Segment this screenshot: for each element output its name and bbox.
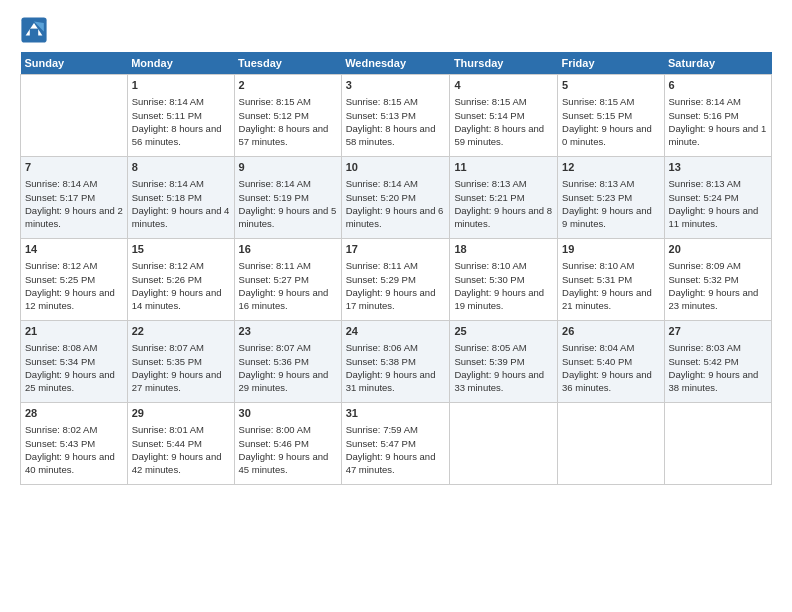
sunrise: Sunrise: 8:14 AM (132, 178, 204, 189)
sunset: Sunset: 5:21 PM (454, 192, 524, 203)
sunrise: Sunrise: 8:11 AM (239, 260, 311, 271)
calendar-day: 23Sunrise: 8:07 AMSunset: 5:36 PMDayligh… (234, 321, 341, 403)
header-row: SundayMondayTuesdayWednesdayThursdayFrid… (21, 52, 772, 75)
calendar-day: 31Sunrise: 7:59 AMSunset: 5:47 PMDayligh… (341, 403, 450, 485)
calendar-day: 21Sunrise: 8:08 AMSunset: 5:34 PMDayligh… (21, 321, 128, 403)
calendar-day: 18Sunrise: 8:10 AMSunset: 5:30 PMDayligh… (450, 239, 558, 321)
day-number: 1 (132, 78, 230, 93)
sunrise: Sunrise: 8:12 AM (25, 260, 97, 271)
day-number: 5 (562, 78, 660, 93)
sunset: Sunset: 5:16 PM (669, 110, 739, 121)
sunrise: Sunrise: 8:09 AM (669, 260, 741, 271)
logo (20, 16, 50, 44)
sunrise: Sunrise: 8:14 AM (669, 96, 741, 107)
daylight: Daylight: 9 hours and 21 minutes. (562, 287, 652, 311)
day-number: 19 (562, 242, 660, 257)
sunrise: Sunrise: 8:14 AM (239, 178, 311, 189)
sunset: Sunset: 5:35 PM (132, 356, 202, 367)
calendar-day: 28Sunrise: 8:02 AMSunset: 5:43 PMDayligh… (21, 403, 128, 485)
sunset: Sunset: 5:11 PM (132, 110, 202, 121)
sunrise: Sunrise: 8:07 AM (239, 342, 311, 353)
weekday-header: Wednesday (341, 52, 450, 75)
weekday-header: Saturday (664, 52, 771, 75)
calendar-header: SundayMondayTuesdayWednesdayThursdayFrid… (21, 52, 772, 75)
day-number: 20 (669, 242, 767, 257)
sunset: Sunset: 5:32 PM (669, 274, 739, 285)
sunrise: Sunrise: 8:15 AM (454, 96, 526, 107)
daylight: Daylight: 9 hours and 2 minutes. (25, 205, 123, 229)
day-number: 6 (669, 78, 767, 93)
sunrise: Sunrise: 8:02 AM (25, 424, 97, 435)
day-number: 2 (239, 78, 337, 93)
calendar-day: 4Sunrise: 8:15 AMSunset: 5:14 PMDaylight… (450, 75, 558, 157)
sunrise: Sunrise: 8:06 AM (346, 342, 418, 353)
daylight: Daylight: 9 hours and 6 minutes. (346, 205, 444, 229)
day-number: 24 (346, 324, 446, 339)
sunrise: Sunrise: 8:08 AM (25, 342, 97, 353)
sunrise: Sunrise: 8:13 AM (562, 178, 634, 189)
sunrise: Sunrise: 8:14 AM (346, 178, 418, 189)
calendar-week: 28Sunrise: 8:02 AMSunset: 5:43 PMDayligh… (21, 403, 772, 485)
sunset: Sunset: 5:15 PM (562, 110, 632, 121)
daylight: Daylight: 9 hours and 33 minutes. (454, 369, 544, 393)
sunrise: Sunrise: 8:15 AM (346, 96, 418, 107)
sunrise: Sunrise: 8:05 AM (454, 342, 526, 353)
calendar-day: 1Sunrise: 8:14 AMSunset: 5:11 PMDaylight… (127, 75, 234, 157)
daylight: Daylight: 9 hours and 5 minutes. (239, 205, 337, 229)
sunrise: Sunrise: 8:03 AM (669, 342, 741, 353)
calendar-body: 1Sunrise: 8:14 AMSunset: 5:11 PMDaylight… (21, 75, 772, 485)
calendar-day: 9Sunrise: 8:14 AMSunset: 5:19 PMDaylight… (234, 157, 341, 239)
sunset: Sunset: 5:34 PM (25, 356, 95, 367)
sunrise: Sunrise: 8:10 AM (562, 260, 634, 271)
sunrise: Sunrise: 8:04 AM (562, 342, 634, 353)
daylight: Daylight: 9 hours and 29 minutes. (239, 369, 329, 393)
sunrise: Sunrise: 8:00 AM (239, 424, 311, 435)
sunrise: Sunrise: 8:01 AM (132, 424, 204, 435)
calendar-day: 27Sunrise: 8:03 AMSunset: 5:42 PMDayligh… (664, 321, 771, 403)
sunset: Sunset: 5:30 PM (454, 274, 524, 285)
sunset: Sunset: 5:29 PM (346, 274, 416, 285)
calendar-day (664, 403, 771, 485)
sunrise: Sunrise: 8:10 AM (454, 260, 526, 271)
day-number: 13 (669, 160, 767, 175)
calendar-day (558, 403, 665, 485)
daylight: Daylight: 9 hours and 9 minutes. (562, 205, 652, 229)
daylight: Daylight: 8 hours and 57 minutes. (239, 123, 329, 147)
sunset: Sunset: 5:44 PM (132, 438, 202, 449)
calendar-day (450, 403, 558, 485)
sunrise: Sunrise: 8:07 AM (132, 342, 204, 353)
sunrise: Sunrise: 8:15 AM (562, 96, 634, 107)
daylight: Daylight: 9 hours and 47 minutes. (346, 451, 436, 475)
day-number: 4 (454, 78, 553, 93)
sunrise: Sunrise: 8:13 AM (454, 178, 526, 189)
weekday-header: Friday (558, 52, 665, 75)
sunset: Sunset: 5:31 PM (562, 274, 632, 285)
sunset: Sunset: 5:12 PM (239, 110, 309, 121)
calendar-day: 8Sunrise: 8:14 AMSunset: 5:18 PMDaylight… (127, 157, 234, 239)
calendar-day: 25Sunrise: 8:05 AMSunset: 5:39 PMDayligh… (450, 321, 558, 403)
daylight: Daylight: 9 hours and 19 minutes. (454, 287, 544, 311)
daylight: Daylight: 9 hours and 25 minutes. (25, 369, 115, 393)
day-number: 29 (132, 406, 230, 421)
day-number: 16 (239, 242, 337, 257)
sunset: Sunset: 5:24 PM (669, 192, 739, 203)
daylight: Daylight: 9 hours and 31 minutes. (346, 369, 436, 393)
daylight: Daylight: 8 hours and 58 minutes. (346, 123, 436, 147)
daylight: Daylight: 9 hours and 23 minutes. (669, 287, 759, 311)
sunset: Sunset: 5:40 PM (562, 356, 632, 367)
calendar-day: 22Sunrise: 8:07 AMSunset: 5:35 PMDayligh… (127, 321, 234, 403)
day-number: 30 (239, 406, 337, 421)
svg-rect-2 (30, 29, 38, 37)
header (20, 16, 772, 44)
daylight: Daylight: 9 hours and 0 minutes. (562, 123, 652, 147)
sunrise: Sunrise: 8:11 AM (346, 260, 418, 271)
weekday-header: Monday (127, 52, 234, 75)
calendar-week: 14Sunrise: 8:12 AMSunset: 5:25 PMDayligh… (21, 239, 772, 321)
calendar-day: 20Sunrise: 8:09 AMSunset: 5:32 PMDayligh… (664, 239, 771, 321)
day-number: 11 (454, 160, 553, 175)
calendar-day: 11Sunrise: 8:13 AMSunset: 5:21 PMDayligh… (450, 157, 558, 239)
day-number: 10 (346, 160, 446, 175)
daylight: Daylight: 9 hours and 1 minute. (669, 123, 767, 147)
day-number: 22 (132, 324, 230, 339)
daylight: Daylight: 9 hours and 45 minutes. (239, 451, 329, 475)
